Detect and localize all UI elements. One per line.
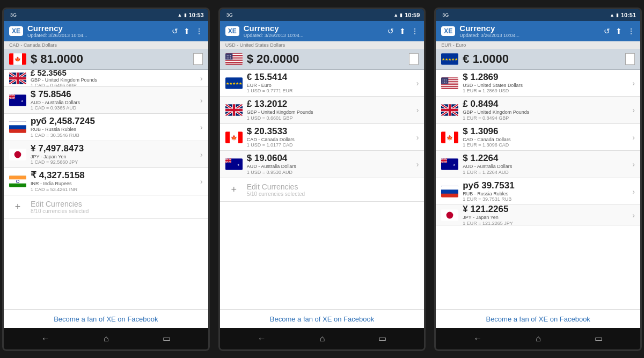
svg-text:★★★: ★★★ xyxy=(442,81,447,83)
share-button[interactable]: ⬆ xyxy=(184,27,190,35)
chevron-icon-1: › xyxy=(200,123,203,131)
flag-in xyxy=(9,176,26,187)
currency-rate-2: 1 USD = 1.0177 CAD xyxy=(247,142,412,148)
currency-item-3[interactable]: ★ $ 1.2264 AUD - Australia Dollars 1 EUR… xyxy=(436,151,640,178)
currency-list: EUR - Euro ★★★★★ € 1.0000 ★★★ ★★★ xyxy=(436,41,640,328)
base-input-box[interactable] xyxy=(409,53,419,65)
currency-amount-3: $ 19.0604 xyxy=(247,154,412,164)
currency-rate-3: 1 CAD = 53.4261 INR xyxy=(31,187,196,192)
chevron-icon-5: › xyxy=(632,211,635,220)
currency-item-2[interactable]: 🍁 $ 1.3096 CAD - Canada Dollars 1 EUR = … xyxy=(436,124,640,151)
currency-rate-3: 1 USD = 0.9530 AUD xyxy=(247,170,412,175)
home-button[interactable]: ⌂ xyxy=(536,334,541,344)
back-button[interactable]: ← xyxy=(41,334,50,344)
facebook-link[interactable]: Become a fan of XE on Facebook xyxy=(270,315,374,323)
currency-info-0: $ 1.2869 USD - United States Dollars 1 E… xyxy=(463,72,628,93)
base-input-box[interactable] xyxy=(193,53,203,65)
refresh-button[interactable]: ↺ xyxy=(604,27,610,35)
currency-info-2: $ 1.3096 CAD - Canada Dollars 1 EUR = 1.… xyxy=(463,127,628,148)
phone-3: 3G ▲ ▮ 10:51 XE Currency Updated: 3/26/2… xyxy=(434,8,642,351)
currency-item-1[interactable]: £ 0.8494 GBP - United Kingdom Pounds 1 E… xyxy=(436,97,640,123)
edit-currencies-row[interactable]: + Edit Currencies 8/10 currencies select… xyxy=(4,195,208,219)
chevron-icon-0: › xyxy=(200,96,203,105)
currency-item-2[interactable]: ¥ 7,497.8473 JPY - Japan Yen 1 CAD = 92.… xyxy=(4,141,208,168)
wifi-icon: ▲ xyxy=(178,12,182,18)
currency-rate-1: 1 CAD = 30.3546 RUB xyxy=(31,133,196,138)
back-button[interactable]: ← xyxy=(473,334,482,344)
facebook-banner: Become a fan of XE on Facebook xyxy=(220,309,425,328)
app-name: Currency xyxy=(244,24,384,33)
currency-item-1[interactable]: £ 13.2012 GBP - United Kingdom Pounds 1 … xyxy=(220,97,425,123)
share-button[interactable]: ⬆ xyxy=(399,27,406,35)
base-flag: ★★★★★ xyxy=(441,53,458,65)
currency-rate-5: 1 EUR = 121.2265 JPY xyxy=(463,221,628,226)
edit-currencies-row[interactable]: + Edit Currencies 5/10 currencies select… xyxy=(220,178,425,202)
currency-item-4[interactable]: руб 39.7531 RUB - Russia Rubles 1 EUR = … xyxy=(436,178,640,205)
flag-gb xyxy=(9,72,26,84)
status-bar-left: 3G xyxy=(440,12,608,18)
svg-text:🍁: 🍁 xyxy=(231,134,237,141)
base-currency-row[interactable]: ★★★ ★★★ $ 20.0000 xyxy=(220,49,425,70)
share-button[interactable]: ⬆ xyxy=(616,27,622,35)
currency-item-2[interactable]: 🍁 $ 20.3533 CAD - Canada Dollars 1 USD =… xyxy=(220,124,425,151)
signal-indicator: 3G xyxy=(10,12,17,18)
currency-name-2: JPY - Japan Yen xyxy=(31,154,196,160)
status-bar-left: 3G xyxy=(8,12,175,18)
svg-text:🍁: 🍁 xyxy=(14,56,21,63)
chevron-icon-2: › xyxy=(200,150,203,159)
status-time: 10:51 xyxy=(621,12,636,18)
base-input-box[interactable] xyxy=(625,53,635,65)
svg-text:★★★★★: ★★★★★ xyxy=(442,57,458,62)
currency-rate-0: 1 USD = 0.7771 EUR xyxy=(247,88,412,93)
flag-jp xyxy=(441,209,458,221)
spacer xyxy=(220,202,425,309)
back-button[interactable]: ← xyxy=(258,334,266,344)
currency-info-1: £ 0.8494 GBP - United Kingdom Pounds 1 E… xyxy=(463,99,628,120)
wifi-icon: ▲ xyxy=(393,12,398,18)
currency-item-0[interactable]: ★ $ 75.8546 AUD - Australia Dollars 1 CA… xyxy=(4,87,208,114)
base-currency-row[interactable]: ★★★★★ € 1.0000 xyxy=(436,49,640,70)
base-amount: $ 20.0000 xyxy=(247,52,405,66)
currency-item-3[interactable]: ★ $ 19.0604 AUD - Australia Dollars 1 US… xyxy=(220,151,425,178)
chevron-icon-3: › xyxy=(632,160,635,169)
facebook-link[interactable]: Become a fan of XE on Facebook xyxy=(54,315,158,323)
currency-amount-2: $ 1.3096 xyxy=(463,127,628,137)
currency-amount-1: £ 0.8494 xyxy=(463,99,628,109)
currency-name-1: RUB - Russia Rubles xyxy=(31,127,196,133)
facebook-link[interactable]: Become a fan of XE on Facebook xyxy=(486,315,590,323)
svg-rect-42 xyxy=(441,85,458,86)
currency-item-5[interactable]: ¥ 121.2265 JPY - Japan Yen 1 EUR = 121.2… xyxy=(436,205,640,225)
nav-bar: ← ⌂ ▭ xyxy=(4,328,208,349)
signal-indicator: 3G xyxy=(442,12,449,18)
battery-icon: ▮ xyxy=(184,12,187,18)
base-currency-row[interactable]: 🍁 $ 81.0000 xyxy=(4,49,208,70)
recent-button[interactable]: ▭ xyxy=(163,333,171,344)
recent-button[interactable]: ▭ xyxy=(595,333,603,344)
currency-amount-3: ₹ 4,327.5158 xyxy=(31,171,196,181)
chevron-icon-1: › xyxy=(632,106,635,114)
refresh-button[interactable]: ↺ xyxy=(172,27,178,35)
home-button[interactable]: ⌂ xyxy=(320,334,325,344)
header-title-block: Currency Updated: 3/26/2013 10:04... xyxy=(27,24,167,39)
menu-button[interactable]: ⋮ xyxy=(411,27,419,35)
menu-button[interactable]: ⋮ xyxy=(195,27,203,35)
menu-button[interactable]: ⋮ xyxy=(627,27,635,35)
partial-top-row[interactable]: £ 52.3565 GBP - United Kingdom Pounds 1 … xyxy=(4,70,208,87)
status-bar-left: 3G xyxy=(224,12,392,18)
currency-item-0[interactable]: ★★★ ★★★ $ 1.2869 USD - United States Dol… xyxy=(436,70,640,97)
currency-amount-2: $ 20.3533 xyxy=(247,127,412,137)
currency-amount-4: руб 39.7531 xyxy=(463,181,628,191)
chevron-icon-3: › xyxy=(416,160,419,169)
refresh-button[interactable]: ↺ xyxy=(387,27,394,35)
header-actions: ↺ ⬆ ⋮ xyxy=(604,27,635,35)
currency-rate-3: 1 EUR = 1.2264 AUD xyxy=(463,170,628,175)
header-title-block: Currency Updated: 3/26/2013 10:04... xyxy=(459,24,599,39)
recent-button[interactable]: ▭ xyxy=(378,333,386,344)
currency-name-4: RUB - Russia Rubles xyxy=(463,191,628,197)
currency-name-0: EUR - Euro xyxy=(247,83,412,89)
svg-rect-30 xyxy=(225,131,230,143)
currency-item-1[interactable]: руб 2,458.7245 RUB - Russia Rubles 1 CAD… xyxy=(4,114,208,141)
currency-item-0[interactable]: ★★★★★ € 15.5414 EUR - Euro 1 USD = 0.777… xyxy=(220,70,425,97)
home-button[interactable]: ⌂ xyxy=(104,334,109,344)
currency-item-3[interactable]: ₹ 4,327.5158 INR - India Rupees 1 CAD = … xyxy=(4,168,208,195)
